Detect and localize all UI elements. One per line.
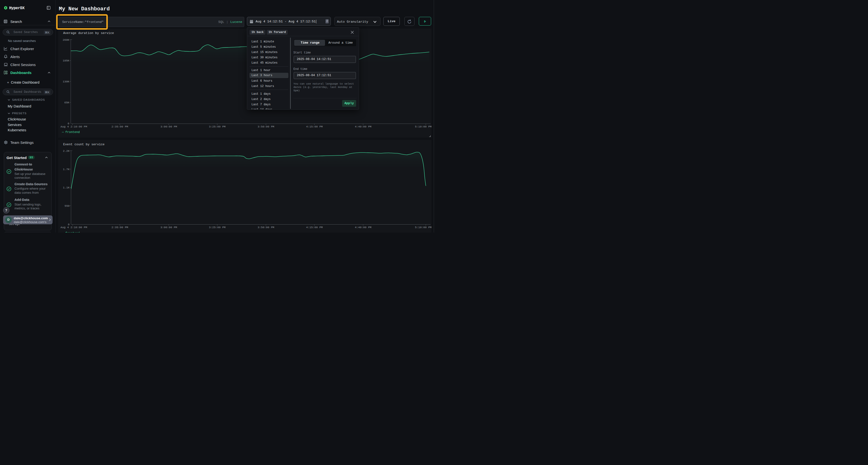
svg-text:Aug 4 2:10:00 PM: Aug 4 2:10:00 PM [61,125,87,128]
svg-text:4:15:00 PM: 4:15:00 PM [306,226,322,229]
svg-text:4:40:00 PM: 4:40:00 PM [355,226,371,229]
svg-text:1.1K: 1.1K [63,186,70,189]
svg-text:3:00:00 PM: 3:00:00 PM [160,125,177,128]
svg-text:260K: 260K [63,38,69,41]
svg-text:4:40:00 PM: 4:40:00 PM [355,125,371,128]
svg-text:3:50:00 PM: 3:50:00 PM [257,226,274,229]
svg-text:Aug 4 2:10:00 PM: Aug 4 2:10:00 PM [61,226,87,229]
svg-text:195K: 195K [63,59,69,62]
svg-text:2:35:00 PM: 2:35:00 PM [112,226,128,229]
svg-text:1.7K: 1.7K [63,168,70,171]
svg-text:5:10:00 PM: 5:10:00 PM [415,226,432,229]
svg-text:65K: 65K [64,101,69,104]
svg-text:3:50:00 PM: 3:50:00 PM [257,125,274,128]
svg-text:2:35:00 PM: 2:35:00 PM [112,125,128,128]
svg-text:3:25:00 PM: 3:25:00 PM [209,125,225,128]
svg-text:0: 0 [68,122,69,125]
svg-text:2.2K: 2.2K [63,150,70,153]
svg-text:3:00:00 PM: 3:00:00 PM [160,226,177,229]
svg-text:130K: 130K [63,80,69,83]
svg-text:550: 550 [65,204,70,207]
svg-text:4:15:00 PM: 4:15:00 PM [306,125,322,128]
svg-text:5:10:00 PM: 5:10:00 PM [415,125,432,128]
svg-text:3:25:00 PM: 3:25:00 PM [209,226,225,229]
